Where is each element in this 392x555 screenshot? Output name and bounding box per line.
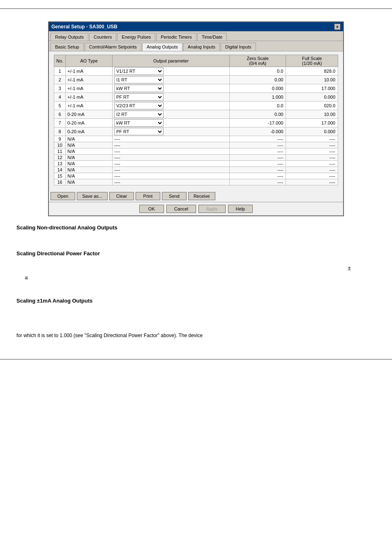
row-zero-scale: ---- [229,142,286,148]
row-zero-scale: -0.000 [229,127,286,136]
receive-button[interactable]: Receive [188,192,215,200]
plus-minus-symbol: ± [348,265,351,271]
dialog-title: General Setup - SA300_USB [51,24,118,30]
row-param[interactable]: kW RT [113,84,230,93]
dialog-titlebar: General Setup - SA300_USB × [49,22,343,31]
row-type: N/A [66,161,113,167]
row-full-scale: ---- [286,167,338,173]
tab-periodic-timers[interactable]: Periodic Timers [156,33,196,41]
table-row: 9N/A------------ [54,136,338,142]
row-type: +/-1 mA [66,102,113,110]
print-button[interactable]: Print [136,192,160,200]
row-full-scale: ---- [286,155,338,161]
tab-counters[interactable]: Counters [89,33,117,41]
row-zero-scale: 0.00 [229,76,286,84]
param-select[interactable]: I2 RT [114,111,164,118]
row-full-scale: 0.000 [286,127,338,136]
tab-row-2: Basic Setup Control/Alarm Setpoints Anal… [49,41,343,51]
row-param[interactable]: V2/23 RT [113,102,230,110]
save-as-button[interactable]: Save as... [77,192,108,200]
open-button[interactable]: Open [51,192,75,200]
row-number: 7 [54,119,66,127]
table-row: 12N/A------------ [54,155,338,161]
row-number: 9 [54,136,66,142]
row-full-scale: ---- [286,136,338,142]
table-row: 10N/A------------ [54,142,338,148]
row-param: ---- [113,173,230,179]
tab-relay-outputs[interactable]: Relay Outputs [51,33,88,41]
row-zero-scale: 0.0 [229,102,286,110]
tab-digital-inputs[interactable]: Digital Inputs [221,43,256,51]
param-select[interactable]: kW RT [114,119,164,127]
action-row: Open Save as... Clear Print Send Receive [49,189,343,202]
top-rule [0,8,392,9]
row-param[interactable]: PF RT [113,127,230,136]
row-param[interactable]: PF RT [113,93,230,102]
row-type: 0-20 mA [66,119,113,127]
row-full-scale: ---- [286,142,338,148]
row-number: 6 [54,110,66,119]
tab-analog-inputs[interactable]: Analog Inputs [183,43,220,51]
table-row: 11N/A------------ [54,148,338,155]
table-row: 60-20 mAI2 RT0.0010.00 [54,110,338,119]
param-select[interactable]: V1/12 RT [114,67,164,75]
send-button[interactable]: Send [162,192,187,200]
param-select[interactable]: kW RT [114,85,164,92]
param-select[interactable]: I1 RT [114,76,164,83]
section-heading-3: Scaling ±1mA Analog Outputs [16,298,376,304]
row-param: ---- [113,161,230,167]
dialog-footer: OK Cancel Apply Help [49,202,343,215]
col-header-no: No. [54,55,66,67]
close-button[interactable]: × [334,23,341,30]
row-param[interactable]: I2 RT [113,110,230,119]
row-number: 12 [54,155,66,161]
ok-button[interactable]: OK [139,205,164,213]
cancel-button[interactable]: Cancel [166,205,196,213]
col-header-zero: Zero Scale(0/4 mA) [229,55,286,67]
row-full-scale: 0.000 [286,93,338,102]
help-button[interactable]: Help [228,205,253,213]
row-number: 2 [54,76,66,84]
row-type: +/-1 mA [66,76,113,84]
row-number: 11 [54,148,66,155]
row-full-scale: ---- [286,148,338,155]
section-heading-1: Scaling Non-directional Analog Outputs [16,224,376,231]
row-zero-scale: -17.000 [229,119,286,127]
row-type: 0-20 mA [66,110,113,119]
param-select[interactable]: PF RT [114,128,164,135]
tab-analog-outputs[interactable]: Analog Outputs [142,43,182,51]
tab-energy-pulses[interactable]: Energy Pulses [117,33,155,41]
apply-button[interactable]: Apply [198,205,226,213]
tab-control-alarm[interactable]: Control/Alarm Setpoints [85,43,141,51]
row-type: N/A [66,155,113,161]
row-param: ---- [113,142,230,148]
row-param[interactable]: I1 RT [113,76,230,84]
tab-time-date[interactable]: Time/Date [197,33,227,41]
equiv-symbol: ≡ [25,275,28,281]
param-select[interactable]: PF RT [114,93,164,101]
row-full-scale: ---- [286,161,338,167]
row-param[interactable]: kW RT [113,119,230,127]
row-type: N/A [66,173,113,179]
row-type: 0-20 mA [66,127,113,136]
param-select[interactable]: V2/23 RT [114,102,164,109]
row-zero-scale: 1.000 [229,93,286,102]
row-param[interactable]: V1/12 RT [113,67,230,76]
row-zero-scale: 0.000 [229,84,286,93]
row-type: N/A [66,179,113,185]
dialog-content: No. AO Type Output parameter Zero Scale(… [49,51,343,189]
row-full-scale: ---- [286,173,338,179]
clear-button[interactable]: Clear [109,192,134,200]
row-zero-scale: 0.00 [229,110,286,119]
row-full-scale: 828.0 [286,67,338,76]
row-type: +/-1 mA [66,93,113,102]
table-row: 2+/-1 mAI1 RT0.0010.00 [54,76,338,84]
section-non-directional: Scaling Non-directional Analog Outputs [0,216,392,242]
col-header-type: AO Type [66,55,113,67]
row-number: 3 [54,84,66,93]
row-full-scale: 10.00 [286,76,338,84]
row-zero-scale: ---- [229,167,286,173]
row-param: ---- [113,155,230,161]
table-row: 13N/A------------ [54,161,338,167]
tab-basic-setup[interactable]: Basic Setup [51,43,84,51]
